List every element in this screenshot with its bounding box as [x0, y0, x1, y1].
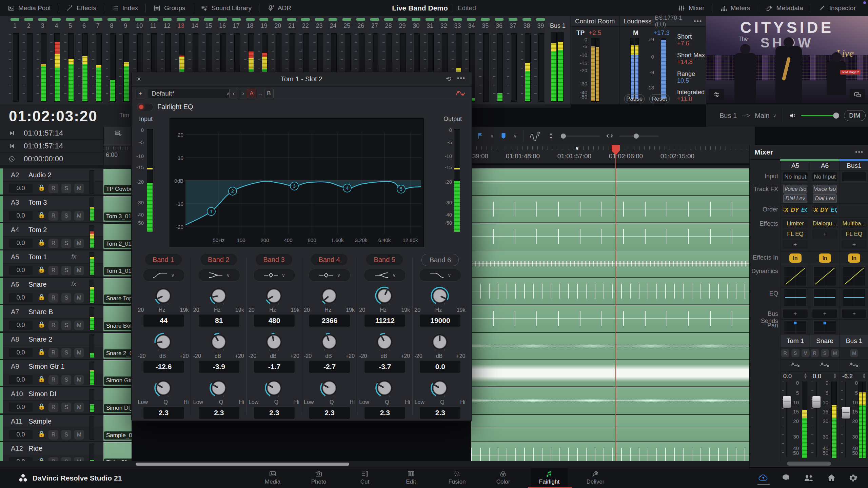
band-frequency-knob[interactable] — [263, 285, 285, 307]
eq-graph[interactable]: 1234520100dB-10-2050Hz1002004008001.60k3… — [170, 118, 424, 247]
fader-track[interactable] — [816, 382, 817, 458]
clip-block[interactable]: Snare 2_01 — [103, 333, 132, 359]
horizontal-zoom-icon[interactable] — [606, 132, 613, 140]
dim-button[interactable]: DIM — [844, 110, 866, 121]
lock-icon[interactable]: 🔒 — [38, 184, 45, 191]
mixer-solo-button[interactable]: S — [821, 349, 829, 357]
band-q-value[interactable]: 2.3 — [198, 406, 240, 419]
clip-block[interactable]: Ride_01.wav — [103, 442, 132, 461]
solo-button[interactable]: S — [61, 211, 71, 221]
panel-toggle-meters[interactable]: Meters — [712, 0, 758, 16]
mixer-channel-header[interactable]: A6 — [810, 161, 840, 170]
timeline-lane-A7[interactable] — [471, 305, 749, 332]
solo-button[interactable]: S — [61, 430, 71, 440]
loudness-options-icon[interactable]: ••• — [694, 18, 702, 25]
solo-button[interactable]: S — [61, 375, 71, 385]
monitor-dest-chevron-icon[interactable]: ∨ — [773, 113, 776, 118]
fader-value[interactable]: 0.0 — [783, 373, 792, 380]
band-frequency-knob[interactable] — [374, 285, 395, 307]
page-tab-color[interactable]: Color — [485, 468, 522, 487]
band-frequency-knob[interactable] — [429, 285, 451, 307]
track-row-A12[interactable]: A12 Ride 0.0 🔒 R S M — [0, 442, 103, 461]
add-effect-button[interactable]: + — [812, 229, 837, 239]
timeline-lanes[interactable] — [471, 165, 749, 461]
collaboration-icon[interactable] — [804, 473, 814, 482]
mute-button[interactable]: M — [74, 211, 84, 221]
transport-row-clock[interactable]: 00:00:00:00 — [0, 152, 103, 165]
page-tab-fairlight[interactable]: Fairlight — [531, 468, 568, 487]
timeline-lane-A9[interactable] — [471, 360, 749, 387]
band-shape-dropdown[interactable]: ∨ — [198, 269, 240, 282]
flag-marker-icon[interactable] — [477, 132, 484, 140]
lock-icon[interactable]: 🔒 — [38, 348, 45, 355]
band-enable-button[interactable]: Band 5 — [366, 254, 403, 265]
effect-slot[interactable]: Limiter — [783, 219, 808, 228]
band-gain-knob[interactable] — [208, 331, 230, 353]
automation-icon[interactable] — [849, 361, 860, 369]
panel-toggle-inspector[interactable]: Inspector — [811, 0, 863, 16]
ab-compare-b-button[interactable]: B — [264, 89, 274, 98]
track-row-A5[interactable]: A5 Tom 1 fx 0.0 🔒 R S M — [0, 250, 103, 277]
preset-dropdown[interactable]: Default* ∨ — [148, 89, 233, 98]
menu-sound-library[interactable]: Sound Library — [193, 0, 259, 16]
mixer-mute-button[interactable]: M — [850, 349, 858, 357]
mixer-channel-header[interactable]: A5 — [780, 161, 810, 170]
clip-block[interactable]: Tom 2_01.w — [103, 224, 132, 249]
home-icon[interactable] — [827, 473, 836, 482]
band-q-knob[interactable] — [429, 377, 451, 399]
band-shape-dropdown[interactable]: ∨ — [309, 269, 351, 282]
record-arm-button[interactable]: R — [48, 321, 58, 330]
track-row-A7[interactable]: A7 Snare B 0.0 🔒 R S M — [0, 305, 103, 331]
clip-block[interactable]: Simon DI_0 — [103, 388, 132, 413]
mixer-options-icon[interactable]: ••• — [855, 149, 864, 156]
marker-chevron-icon[interactable]: ∨ — [513, 133, 517, 139]
input-selector[interactable]: No Input — [812, 172, 837, 182]
bus-send-add-button[interactable]: + — [812, 309, 837, 318]
solo-button[interactable]: S — [61, 348, 71, 358]
timeline-ruler[interactable]: 01:01:39:0001:01:48:0001:01:57:0001:02:0… — [471, 145, 749, 164]
track-row-A3[interactable]: A3 Tom 3 0.0 🔒 R S M — [0, 196, 103, 222]
clip-block[interactable]: Sample_01.wav — [103, 415, 132, 441]
mixer-scrollbar[interactable] — [787, 462, 831, 466]
clip-block[interactable]: Snare Top_ — [103, 278, 132, 304]
page-tab-edit[interactable]: Edit — [392, 468, 430, 487]
band-gain-value[interactable]: -3.7 — [364, 360, 406, 373]
timeline-lane-A2[interactable] — [471, 168, 749, 196]
track-gain[interactable]: 0.0 — [9, 239, 33, 248]
mixer-record-button[interactable]: R — [811, 349, 819, 357]
fader-track[interactable] — [845, 382, 846, 458]
record-arm-button[interactable]: R — [48, 266, 58, 275]
input-selector[interactable] — [842, 172, 867, 182]
lock-icon[interactable]: 🔒 — [38, 458, 45, 461]
clip-block[interactable]: Snare Botto — [103, 306, 132, 331]
fader-stepper[interactable]: ▲▼ — [833, 373, 837, 379]
clip-block[interactable]: Simon Gtr_ — [103, 360, 132, 386]
mixer-mute-button[interactable]: M — [831, 349, 839, 357]
track-gain[interactable]: 0.0 — [9, 211, 33, 220]
track-row-A10[interactable]: A10 Simon DI 0.0 🔒 R S M — [0, 387, 103, 413]
track-fx-chip[interactable]: Voice Iso — [813, 185, 837, 194]
chat-icon[interactable] — [781, 473, 791, 482]
track-gain[interactable]: 0.0 — [9, 293, 33, 302]
mute-button[interactable]: M — [74, 266, 84, 275]
eq-thumbnail-graph[interactable] — [813, 289, 836, 306]
band-enable-button[interactable]: Band 2 — [200, 254, 237, 265]
solo-button[interactable]: S — [61, 403, 71, 412]
monitor-source[interactable]: Bus 1 — [719, 112, 737, 120]
fader-handle[interactable] — [842, 407, 850, 419]
menu-media-pool[interactable]: Media Pool — [0, 0, 58, 16]
solo-button[interactable]: S — [61, 293, 71, 303]
marker-icon[interactable] — [500, 132, 507, 140]
panel-toggle-mixer[interactable]: Mixer — [670, 0, 712, 16]
solo-button[interactable]: S — [61, 457, 71, 461]
lock-icon[interactable]: 🔒 — [38, 321, 45, 328]
next-preset-button[interactable]: › — [239, 89, 248, 98]
mixer-solo-button[interactable]: S — [791, 349, 800, 357]
band-enable-button[interactable]: Band 6 — [421, 254, 459, 266]
track-row-A6[interactable]: A6 Snare fx 0.0 🔒 R S M — [0, 278, 103, 304]
record-arm-button[interactable]: R — [48, 430, 58, 440]
clip-block[interactable]: TP Cowbell — [103, 169, 132, 195]
eq-enable-toggle[interactable] — [137, 103, 153, 111]
prev-preset-button[interactable]: ‹ — [229, 89, 238, 98]
track-row-A8[interactable]: A8 Snare 2 0.0 🔒 R S M — [0, 333, 103, 359]
